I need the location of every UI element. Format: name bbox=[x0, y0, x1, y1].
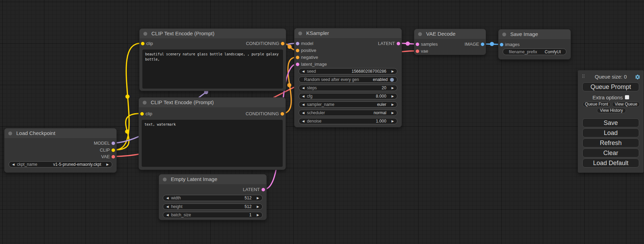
increment-arrow-icon[interactable]: ▶ bbox=[391, 69, 394, 74]
refresh-button[interactable]: Refresh bbox=[582, 138, 639, 147]
positive-prompt-textarea[interactable]: beautiful scenery nature glass bottle la… bbox=[142, 49, 283, 89]
vae-port-dot[interactable] bbox=[416, 49, 419, 53]
width-widget[interactable]: ◀ width 512 ▶ bbox=[163, 195, 263, 201]
settings-gear-icon[interactable] bbox=[635, 74, 641, 80]
node-load-checkpoint[interactable]: Load Checkpoint MODEL CLIP VAE ◀ ckpt_na… bbox=[4, 128, 117, 173]
node-clip-text-encode-negative[interactable]: CLIP Text Encode (Prompt) clip CONDITION… bbox=[139, 97, 286, 170]
output-conditioning: CONDITIONING bbox=[246, 40, 286, 47]
decrement-arrow-icon[interactable]: ◀ bbox=[166, 195, 169, 201]
increment-arrow-icon[interactable]: ▶ bbox=[391, 85, 394, 91]
input-model: model bbox=[294, 40, 313, 47]
increment-arrow-icon[interactable]: ▶ bbox=[257, 195, 259, 201]
node-title-bar[interactable]: Empty Latent Image bbox=[159, 174, 266, 184]
model-port-dot[interactable] bbox=[296, 42, 299, 45]
batch-size-widget[interactable]: ◀ batch_size 1 ▶ bbox=[163, 212, 263, 218]
clip-port-dot[interactable] bbox=[140, 112, 144, 116]
ckpt-name-widget[interactable]: ◀ ckpt_name v1-5-pruned-emaonly.ckpt ▶ bbox=[9, 161, 112, 168]
collapse-dot-icon[interactable] bbox=[163, 178, 167, 181]
latent-port-dot[interactable] bbox=[397, 42, 400, 45]
output-image: IMAGE bbox=[465, 41, 486, 48]
decrement-arrow-icon[interactable]: ◀ bbox=[302, 85, 305, 91]
input-latent-image: latent_image bbox=[294, 61, 327, 68]
increment-arrow-icon[interactable]: ▶ bbox=[391, 102, 394, 107]
cfg-widget[interactable]: ◀ cfg 8.000 ▶ bbox=[299, 93, 397, 99]
image-port-dot[interactable] bbox=[500, 43, 503, 46]
conditioning-port-dot[interactable] bbox=[281, 42, 284, 45]
conditioning-port-dot[interactable] bbox=[296, 49, 299, 52]
queue-front-button[interactable]: Queue Front bbox=[583, 102, 610, 107]
node-title-bar[interactable]: Save Image bbox=[499, 29, 571, 39]
node-title-bar[interactable]: VAE Decode bbox=[414, 29, 486, 39]
extra-options-checkbox[interactable] bbox=[625, 95, 629, 99]
collapse-dot-icon[interactable] bbox=[143, 101, 147, 105]
denoise-widget[interactable]: ◀ denoise 1.000 ▶ bbox=[299, 118, 397, 124]
queue-prompt-button[interactable]: Queue Prompt bbox=[582, 82, 639, 91]
clip-port-dot[interactable] bbox=[141, 42, 144, 45]
node-vae-decode[interactable]: VAE Decode samples vae IMAGE bbox=[414, 29, 486, 55]
decrement-arrow-icon[interactable]: ◀ bbox=[12, 162, 15, 167]
decrement-arrow-icon[interactable]: ◀ bbox=[302, 69, 305, 74]
random-seed-toggle-widget[interactable]: Random seed after every gen enabled bbox=[299, 76, 397, 83]
queue-panel: Queue size: 0 Queue Prompt Extra options… bbox=[578, 70, 644, 173]
node-title: Load Checkpoint bbox=[16, 130, 55, 136]
decrement-arrow-icon[interactable]: ◀ bbox=[166, 204, 169, 209]
clear-button[interactable]: Clear bbox=[582, 148, 639, 157]
node-title: CLIP Text Encode (Prompt) bbox=[151, 99, 214, 105]
node-title: VAE Decode bbox=[426, 31, 456, 37]
increment-arrow-icon[interactable]: ▶ bbox=[391, 93, 394, 99]
input-vae: vae bbox=[414, 48, 428, 55]
load-default-button[interactable]: Load Default bbox=[582, 159, 639, 168]
input-samples: samples bbox=[414, 41, 438, 48]
collapse-dot-icon[interactable] bbox=[298, 31, 302, 35]
node-clip-text-encode-positive[interactable]: CLIP Text Encode (Prompt) clip CONDITION… bbox=[139, 28, 286, 91]
output-clip: CLIP bbox=[100, 147, 116, 154]
node-save-image[interactable]: Save Image images filename_prefix ComfyU… bbox=[498, 29, 571, 60]
node-title-bar[interactable]: KSampler bbox=[294, 28, 402, 38]
output-model: MODEL bbox=[94, 140, 116, 147]
collapse-dot-icon[interactable] bbox=[143, 32, 147, 36]
vae-port-dot[interactable] bbox=[112, 155, 115, 159]
node-title-bar[interactable]: CLIP Text Encode (Prompt) bbox=[139, 98, 285, 107]
node-title: Empty Latent Image bbox=[171, 176, 217, 182]
node-ksampler[interactable]: KSampler model positive negative latent_… bbox=[294, 28, 402, 127]
conditioning-port-dot[interactable] bbox=[296, 56, 299, 59]
node-empty-latent-image[interactable]: Empty Latent Image LATENT ◀ width 512 ▶ … bbox=[159, 174, 267, 220]
conditioning-port-dot[interactable] bbox=[281, 112, 284, 116]
negative-prompt-textarea[interactable]: text, watermark bbox=[142, 120, 283, 167]
decrement-arrow-icon[interactable]: ◀ bbox=[166, 212, 169, 218]
decrement-arrow-icon[interactable]: ◀ bbox=[302, 118, 305, 124]
decrement-arrow-icon[interactable]: ◀ bbox=[302, 102, 305, 107]
clip-port-dot[interactable] bbox=[112, 148, 115, 152]
model-port-dot[interactable] bbox=[112, 142, 115, 145]
sampler-name-widget[interactable]: ◀ sampler_name euler ▶ bbox=[299, 101, 397, 108]
extra-options-label: Extra options bbox=[592, 94, 623, 100]
collapse-dot-icon[interactable] bbox=[418, 32, 422, 36]
load-button[interactable]: Load bbox=[582, 128, 639, 137]
collapse-dot-icon[interactable] bbox=[8, 132, 12, 135]
increment-arrow-icon[interactable]: ▶ bbox=[391, 110, 394, 116]
increment-arrow-icon[interactable]: ▶ bbox=[391, 118, 394, 124]
increment-arrow-icon[interactable]: ▶ bbox=[106, 162, 109, 167]
input-negative: negative bbox=[294, 54, 318, 61]
scheduler-widget[interactable]: ◀ scheduler normal ▶ bbox=[299, 110, 397, 116]
collapse-dot-icon[interactable] bbox=[502, 33, 506, 36]
decrement-arrow-icon[interactable]: ◀ bbox=[302, 110, 305, 116]
filename-prefix-widget[interactable]: filename_prefix ComfyUI bbox=[503, 48, 566, 55]
node-title-bar[interactable]: CLIP Text Encode (Prompt) bbox=[140, 29, 286, 38]
decrement-arrow-icon[interactable]: ◀ bbox=[302, 93, 305, 99]
increment-arrow-icon[interactable]: ▶ bbox=[257, 204, 259, 209]
toggle-on-icon[interactable] bbox=[390, 78, 394, 82]
seed-widget[interactable]: ◀ seed 156680208700286 ▶ bbox=[299, 68, 397, 74]
view-queue-button[interactable]: View Queue bbox=[612, 102, 640, 107]
node-title-bar[interactable]: Load Checkpoint bbox=[5, 128, 116, 138]
input-positive: positive bbox=[294, 47, 316, 54]
latent-port-dot[interactable] bbox=[296, 63, 299, 66]
height-widget[interactable]: ◀ height 512 ▶ bbox=[163, 204, 263, 210]
latent-port-dot[interactable] bbox=[416, 43, 419, 46]
increment-arrow-icon[interactable]: ▶ bbox=[257, 212, 259, 218]
view-history-button[interactable]: View History bbox=[597, 108, 626, 113]
steps-widget[interactable]: ◀ steps 20 ▶ bbox=[299, 85, 397, 91]
image-port-dot[interactable] bbox=[481, 43, 484, 46]
save-button[interactable]: Save bbox=[582, 118, 639, 127]
latent-port-dot[interactable] bbox=[262, 188, 265, 191]
